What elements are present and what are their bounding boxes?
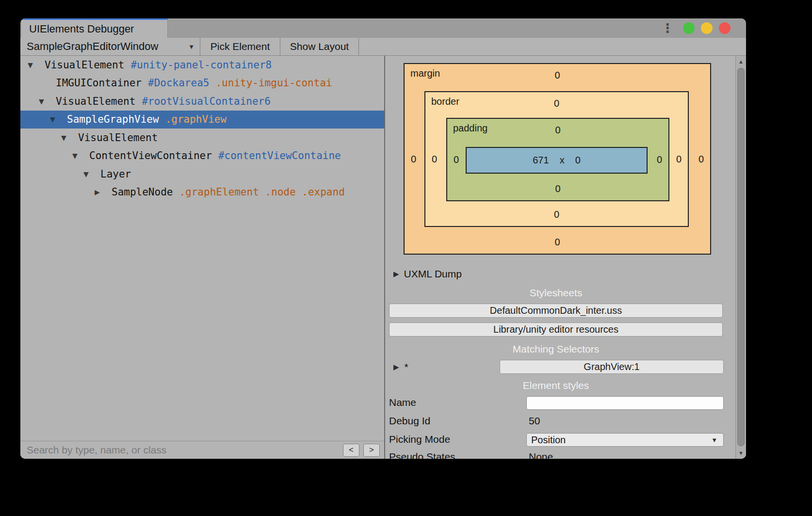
box-model-border: border 0 0 0 0 padding 0 0 0 0 671 x	[424, 91, 689, 227]
dropdown-arrow-icon: ▼	[711, 436, 717, 444]
selector-match-button[interactable]: GraphView:1	[500, 360, 724, 374]
search-bar: < >	[20, 441, 384, 459]
uielements-debugger-window: UIElements Debugger ⋮ SampleGraphEditorW…	[20, 18, 746, 459]
padding-right-value: 0	[657, 154, 662, 165]
element-type: SampleGraphView	[67, 113, 159, 125]
element-classes: .graphElement .node .expand	[179, 186, 344, 198]
expander-down-icon[interactable]: ▼	[27, 61, 45, 69]
scroll-down-icon[interactable]: ▼	[736, 447, 746, 459]
tree-row[interactable]: IMGUIContainer #Dockarea5 .unity-imgui-c…	[20, 74, 384, 93]
tab-title: UIElements Debugger	[29, 23, 134, 35]
stylesheet-item[interactable]: Library/unity editor resources	[389, 322, 723, 337]
selector-star: *	[405, 361, 408, 373]
scrollbar-thumb[interactable]	[737, 68, 745, 446]
box-model-content: 671 x 0	[466, 147, 648, 174]
window-controls: ⋮	[661, 18, 731, 38]
margin-right-value: 0	[698, 153, 704, 164]
expander-right-icon[interactable]: ▶	[393, 270, 399, 278]
border-top-value: 0	[425, 98, 688, 109]
element-type: VisualElement	[45, 59, 124, 71]
selector-row[interactable]: ▶ *	[393, 361, 408, 373]
element-type: VisualElement	[56, 96, 135, 107]
stylesheets-header: Stylesheets	[389, 287, 723, 299]
window-select-dropdown[interactable]: SampleGraphEditorWindow ▼	[20, 38, 200, 55]
expander-right-icon[interactable]: ▶	[393, 363, 399, 371]
details-panel: margin 0 0 0 0 border 0 0 0 0 padding 0 …	[385, 56, 746, 459]
element-styles-header: Element styles	[389, 380, 723, 391]
tree-row[interactable]: ▼ VisualElement	[20, 129, 384, 147]
expander-right-icon[interactable]: ▶	[94, 188, 112, 196]
search-prev-button[interactable]: <	[343, 444, 359, 457]
tree-row[interactable]: ▼ Layer	[20, 165, 384, 183]
content-height-value: 0	[575, 155, 581, 166]
stylesheet-item[interactable]: DefaultCommonDark_inter.uss	[389, 304, 723, 318]
element-id: #unity-panel-container8	[130, 59, 272, 71]
content-times-label: x	[560, 155, 565, 166]
tree-row-selected[interactable]: ▼ SampleGraphView .graphView	[20, 111, 384, 129]
margin-bottom-value: 0	[405, 237, 710, 248]
tree-row[interactable]: ▼ VisualElement #rootVisualContainer6	[20, 92, 384, 111]
window-select-value: SampleGraphEditorWindow	[27, 40, 158, 53]
picking-mode-dropdown[interactable]: Position ▼	[526, 433, 724, 447]
picking-mode-value: Position	[531, 435, 566, 446]
search-input[interactable]	[27, 444, 339, 456]
uxml-dump-label: UXML Dump	[404, 268, 462, 280]
content-width-value: 671	[533, 155, 549, 166]
expander-down-icon[interactable]: ▼	[38, 97, 56, 105]
element-id: #Dockarea5	[148, 77, 209, 89]
box-model-padding: padding 0 0 0 0 671 x 0	[446, 118, 669, 201]
expander-down-icon[interactable]: ▼	[71, 152, 89, 160]
overflow-menu-icon[interactable]: ⋮	[661, 22, 674, 34]
pseudo-states-label: Pseudo States	[389, 451, 455, 459]
uxml-dump-row[interactable]: ▶ UXML Dump	[393, 268, 462, 280]
tab-bar: UIElements Debugger ⋮	[20, 18, 746, 38]
element-type: IMGUIContainer	[56, 77, 142, 89]
padding-left-value: 0	[454, 154, 459, 165]
margin-left-value: 0	[411, 153, 416, 164]
main-split: ▼ VisualElement #unity-panel-container8 …	[20, 56, 746, 459]
traffic-light-green-icon[interactable]	[683, 22, 695, 34]
border-bottom-value: 0	[425, 209, 688, 220]
element-type: SampleNode	[112, 186, 173, 198]
margin-top-value: 0	[405, 70, 710, 81]
name-label: Name	[389, 397, 416, 408]
element-classes: .unity-imgui-contai	[215, 77, 332, 89]
padding-bottom-value: 0	[447, 183, 668, 194]
tree-row[interactable]: ▶ SampleNode .graphElement .node .expand	[20, 183, 384, 202]
expander-down-icon[interactable]: ▼	[49, 115, 67, 123]
element-type: Layer	[100, 168, 131, 180]
debug-id-label: Debug Id	[389, 415, 430, 427]
expander-down-icon[interactable]: ▼	[82, 170, 100, 178]
chevron-down-icon: ▼	[188, 43, 195, 50]
element-classes: .graphView	[165, 113, 227, 125]
toolbar: SampleGraphEditorWindow ▼ Pick Element S…	[20, 38, 746, 56]
padding-top-value: 0	[447, 125, 668, 136]
element-id: #contentViewContaine	[218, 150, 341, 161]
vertical-scrollbar[interactable]: ▲ ▼	[735, 56, 746, 459]
pick-element-button[interactable]: Pick Element	[200, 38, 280, 55]
hierarchy-panel: ▼ VisualElement #unity-panel-container8 …	[20, 56, 385, 459]
name-input[interactable]	[526, 396, 724, 410]
tree-row[interactable]: ▼ ContentViewContainer #contentViewConta…	[20, 147, 384, 165]
tab-uielements-debugger[interactable]: UIElements Debugger	[21, 18, 168, 38]
element-id: #rootVisualContainer6	[142, 96, 271, 107]
box-model-margin: margin 0 0 0 0 border 0 0 0 0 padding 0 …	[404, 63, 711, 255]
tree-row[interactable]: ▼ VisualElement #unity-panel-container8	[20, 56, 384, 74]
element-type: ContentViewContainer	[89, 150, 212, 161]
expander-down-icon[interactable]: ▼	[60, 134, 78, 142]
picking-mode-label: Picking Mode	[389, 434, 450, 445]
debug-id-value: 50	[529, 415, 540, 427]
search-next-button[interactable]: >	[363, 444, 380, 457]
matching-selectors-header: Matching Selectors	[389, 343, 723, 355]
border-right-value: 0	[676, 154, 682, 165]
show-layout-button[interactable]: Show Layout	[280, 38, 359, 55]
border-left-value: 0	[432, 154, 437, 165]
traffic-light-red-icon[interactable]	[719, 22, 731, 34]
traffic-light-yellow-icon[interactable]	[701, 22, 713, 34]
scroll-up-icon[interactable]: ▲	[736, 56, 746, 67]
element-tree: ▼ VisualElement #unity-panel-container8 …	[20, 56, 384, 441]
element-type: VisualElement	[78, 132, 158, 144]
pseudo-states-value: None	[529, 451, 553, 459]
